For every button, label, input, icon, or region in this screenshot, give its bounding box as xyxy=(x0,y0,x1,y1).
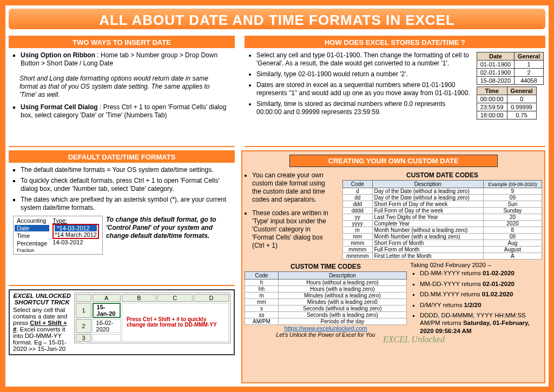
date-codes-table: CodeDescriptionExample (09-08-2020) dDay… xyxy=(342,180,542,260)
shortcut-trick-box: EXCEL UNLOCKED SHORTCUT TRICK Select any… xyxy=(9,289,235,355)
shortcut-callout: Press Ctrl + Shift + # to quickly change… xyxy=(126,316,225,329)
ex-1: DD-MM-YYYY returns 01-02-2020 xyxy=(420,269,537,277)
default-side-note: To change this default format, go to 'Co… xyxy=(106,216,230,240)
time-codes-table: CodeDescription hHours (without a leadin… xyxy=(245,271,407,325)
type-label: Type: xyxy=(52,217,99,224)
excel-grid-mock: ABCD 115-Jan-20Press Ctrl + Shift + # to… xyxy=(74,293,230,343)
header-stores: HOW DOES EXCEL STORES DATE/TIME ? xyxy=(245,37,545,48)
ex-4: D/M/YY returns 1/2/20 xyxy=(420,301,537,309)
card-default-formats: DEFAULT DATE/TIME FORMATS The default da… xyxy=(9,150,235,286)
insert-bullet-1: Using Option on Ribbon : Home tab > Numb… xyxy=(21,51,229,68)
ex-5: DDDD, DD-MMMM, YYYY HH:MM:SS AM/PM retur… xyxy=(420,311,537,335)
shortcut-t2: . Excel converts it into DD-MMM-YY forma… xyxy=(13,326,67,352)
custom-intro-2: These codes are written in 'Type' input … xyxy=(252,209,334,250)
th-gen2: General xyxy=(507,87,536,95)
format-cells-dialog-mock: Accounting Type: *14-03-2012 *14 March 2… xyxy=(13,216,103,255)
ex-2: MM-DD-YYYY returns 02-01-2020 xyxy=(420,280,537,288)
insert-bullet-2: Using Format Cell Dialog : Press Ctrl + … xyxy=(21,103,229,119)
card-stores: HOW DOES EXCEL STORES DATE/TIME ? DateGe… xyxy=(245,36,545,147)
date-codes-title: CUSTOM DATE CODES xyxy=(342,171,542,179)
examples-header: Taking 02nd February 2020 – xyxy=(410,262,542,268)
insert-note: Short and Long date formatting options w… xyxy=(19,75,227,99)
b2-label: Using Format Cell Dialog xyxy=(21,103,98,111)
header-default: DEFAULT DATE/TIME FORMATS xyxy=(9,151,235,163)
b1-label: Using Option on Ribbon xyxy=(21,51,95,59)
page-title: ALL ABOUT DATE AND TIME FORMATS IN EXCEL xyxy=(9,9,545,29)
ex-3: DD.MM.YYYY returns 01.02.2020 xyxy=(420,290,537,298)
site-link[interactable]: https://www.excelunlocked.com xyxy=(245,325,407,331)
date-serial-table: DateGeneral 01-01-19001 02-01-19002 15-0… xyxy=(477,52,544,85)
def-b3: The dates which are prefixed by an aster… xyxy=(21,196,229,212)
time-codes-title: CUSTOM TIME CODES xyxy=(245,263,407,270)
card-insert-date: TWO WAYS TO INSERT DATE Using Option on … xyxy=(9,36,235,147)
time-serial-table: TimeGeneral 00:00:000 23:59:590.99999 18… xyxy=(477,87,537,119)
tagline: Let's Unlock the Power of Excel for You xyxy=(245,331,407,338)
shortcut-title: EXCEL UNLOCKED SHORTCUT TRICK xyxy=(13,293,71,305)
card-custom-date: CREATING YOUR OWN CUSTOM DATE You can cr… xyxy=(241,150,545,383)
th-date: Date xyxy=(477,52,514,61)
th-gen: General xyxy=(515,52,544,61)
th-time: Time xyxy=(477,87,507,95)
cat-sel: Date xyxy=(15,225,49,231)
header-custom: CREATING YOUR OWN CUSTOM DATE xyxy=(289,155,498,167)
type-sel: *14-03-2012 xyxy=(55,225,97,231)
header-insert-date: TWO WAYS TO INSERT DATE xyxy=(9,37,235,48)
custom-intro-1: You can create your own custom date form… xyxy=(252,171,334,204)
def-b2: To quickly check default formats, press … xyxy=(21,177,229,193)
def-b1: The default date/time formats = Your OS … xyxy=(21,166,229,174)
